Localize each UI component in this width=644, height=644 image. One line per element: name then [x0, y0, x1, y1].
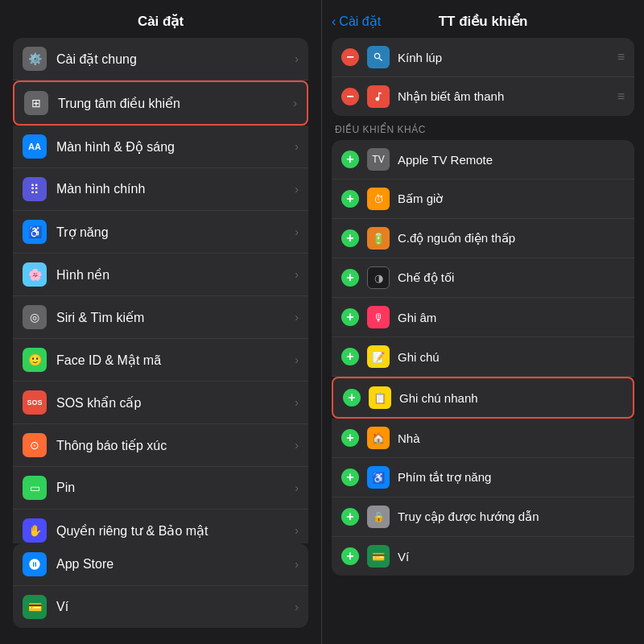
wallpaper-label: Hình nền	[56, 267, 295, 283]
battery-icon: ▭	[23, 476, 47, 500]
add-btn-notes[interactable]: +	[341, 348, 359, 365]
wallet-label: Ví	[56, 600, 295, 614]
privacy-chevron-icon: ›	[295, 524, 299, 537]
other-item-guided-access[interactable]: +🔒Truy cập được hướng dẫn	[332, 497, 634, 537]
homescreen-icon: ⠿	[23, 177, 47, 201]
other-item-wallet2[interactable]: +💳Ví	[332, 537, 634, 576]
bottom-settings-group: App Store›💳Ví›	[0, 543, 321, 644]
accessibility-label: Trợ năng	[56, 225, 295, 240]
control-center-chevron-icon: ›	[293, 97, 297, 109]
contactsupdate-chevron-icon: ›	[295, 439, 299, 452]
add-btn-stopwatch[interactable]: +	[341, 190, 359, 208]
settings-item-battery[interactable]: ▭Pin›	[13, 467, 308, 510]
siri-label: Siri & Tìm kiếm	[56, 310, 295, 325]
other-item-apple-tv[interactable]: +TVApple TV Remote	[332, 140, 634, 180]
add-btn-apple-tv[interactable]: +	[341, 151, 359, 168]
add-btn-quicknote[interactable]: +	[343, 389, 361, 407]
back-button[interactable]: ‹ Cài đặt	[332, 14, 388, 29]
left-header: Cài đặt	[0, 0, 321, 38]
sos-chevron-icon: ›	[295, 396, 299, 409]
apple-tv-other-label: Apple TV Remote	[398, 153, 625, 167]
lowpower-other-icon: 🔋	[367, 227, 390, 250]
wallpaper-chevron-icon: ›	[295, 268, 299, 281]
settings-item-privacy[interactable]: ✋Quyền riêng tư & Bảo mật›	[13, 510, 308, 543]
appstore-icon	[23, 552, 47, 576]
display-icon: AA	[23, 134, 47, 159]
privacy-icon: ✋	[23, 518, 47, 543]
settings-item-general[interactable]: ⚙️Cài đặt chung›	[13, 38, 308, 80]
siri-icon: ◎	[23, 305, 47, 329]
darkmode-other-icon: ◑	[367, 266, 390, 289]
home-other-icon: 🏠	[367, 427, 390, 449]
notes-other-label: Ghi chú	[398, 350, 625, 364]
stopwatch-other-icon: ⏱	[367, 188, 390, 210]
settings-item-control-center[interactable]: ⊞Trung tâm điều khiển›	[13, 80, 308, 126]
other-item-darkmode[interactable]: +◑Chế độ tối	[332, 258, 634, 298]
main-settings-group: ⚙️Cài đặt chung›⊞Trung tâm điều khiển›AA…	[13, 38, 308, 543]
settings-panel: Cài đặt ⚙️Cài đặt chung›⊞Trung tâm điều …	[0, 0, 322, 644]
lowpower-other-label: C.độ nguồn điện thấp	[398, 231, 625, 246]
included-item-magnifier[interactable]: −Kính lúp≡	[332, 38, 634, 77]
settings-item-display[interactable]: AAMàn hình & Độ sáng›	[13, 126, 308, 168]
sos-icon: SOS	[23, 390, 47, 415]
general-icon: ⚙️	[23, 47, 47, 71]
stopwatch-other-label: Bấm giờ	[398, 192, 625, 206]
included-item-soundrecognition[interactable]: −Nhận biết âm thanh≡	[332, 77, 634, 116]
add-btn-lowpower[interactable]: +	[341, 229, 359, 247]
settings-item-faceid[interactable]: 🙂Face ID & Mật mã›	[13, 339, 308, 382]
settings-item-siri[interactable]: ◎Siri & Tìm kiếm›	[13, 296, 308, 339]
quicknote-other-icon: 📋	[369, 386, 391, 409]
right-title: TT điều khiển	[388, 13, 578, 30]
control-center-label: Trung tâm điều khiển	[58, 96, 293, 111]
settings-item-sos[interactable]: SOSSOS khẩn cấp›	[13, 382, 308, 424]
guided-access-other-icon: 🔒	[367, 506, 390, 528]
add-btn-accessibility-shortcut[interactable]: +	[341, 469, 359, 486]
other-item-voicememo[interactable]: +🎙Ghi âm	[332, 298, 634, 337]
right-header: ‹ Cài đặt TT điều khiển	[322, 0, 644, 38]
sos-label: SOS khẩn cấp	[56, 395, 295, 411]
add-btn-voicememo[interactable]: +	[341, 308, 359, 326]
wallet2-other-label: Ví	[398, 550, 625, 564]
quicknote-other-label: Ghi chú nhanh	[399, 391, 623, 405]
privacy-label: Quyền riêng tư & Bảo mật	[56, 523, 295, 539]
settings-item-appstore[interactable]: App Store›	[13, 543, 308, 586]
magnifier-icon	[367, 46, 390, 68]
faceid-label: Face ID & Mật mã	[56, 353, 295, 368]
other-item-notes[interactable]: +📝Ghi chú	[332, 337, 634, 377]
soundrecognition-drag-handle[interactable]: ≡	[617, 89, 625, 104]
left-title: Cài đặt	[138, 14, 184, 29]
remove-btn-soundrecognition[interactable]: −	[341, 88, 359, 105]
siri-chevron-icon: ›	[295, 311, 299, 324]
other-item-home[interactable]: +🏠Nhà	[332, 419, 634, 458]
settings-item-contactsupdate[interactable]: ⊙Thông báo tiếp xúc›	[13, 424, 308, 467]
other-controls-label: ĐIỀU KHIỂN KHÁC	[332, 116, 634, 140]
battery-label: Pin	[56, 481, 295, 495]
settings-item-homescreen[interactable]: ⠿Màn hình chính›	[13, 168, 308, 211]
guided-access-other-label: Truy cập được hướng dẫn	[398, 510, 625, 524]
other-item-accessibility-shortcut[interactable]: +♿Phím tắt trợ năng	[332, 458, 634, 497]
wallet2-other-icon: 💳	[367, 545, 390, 568]
add-btn-guided-access[interactable]: +	[341, 508, 359, 526]
battery-chevron-icon: ›	[295, 481, 299, 494]
magnifier-drag-handle[interactable]: ≡	[617, 50, 625, 64]
remove-btn-magnifier[interactable]: −	[341, 48, 359, 66]
general-chevron-icon: ›	[295, 52, 299, 65]
display-label: Màn hình & Độ sáng	[56, 139, 295, 155]
add-btn-darkmode[interactable]: +	[341, 269, 359, 287]
settings-list: ⚙️Cài đặt chung›⊞Trung tâm điều khiển›AA…	[0, 38, 321, 543]
settings-item-wallet[interactable]: 💳Ví›	[13, 586, 308, 628]
back-chevron-icon: ‹	[332, 14, 336, 29]
add-btn-home[interactable]: +	[341, 429, 359, 447]
other-item-stopwatch[interactable]: +⏱Bấm giờ	[332, 180, 634, 219]
other-item-lowpower[interactable]: +🔋C.độ nguồn điện thấp	[332, 219, 634, 258]
soundrecognition-icon	[367, 85, 390, 108]
other-item-quicknote[interactable]: +📋Ghi chú nhanh	[332, 377, 634, 419]
notes-other-icon: 📝	[367, 345, 390, 368]
wallet-chevron-icon: ›	[295, 601, 299, 613]
settings-item-accessibility[interactable]: ♿Trợ năng›	[13, 211, 308, 254]
faceid-icon: 🙂	[23, 348, 47, 372]
settings-item-wallpaper[interactable]: 🌸Hình nền›	[13, 254, 308, 296]
add-btn-wallet2[interactable]: +	[341, 547, 359, 565]
wallet-icon: 💳	[23, 595, 47, 619]
right-content: −Kính lúp≡−Nhận biết âm thanh≡ ĐIỀU KHIỂ…	[322, 38, 644, 644]
